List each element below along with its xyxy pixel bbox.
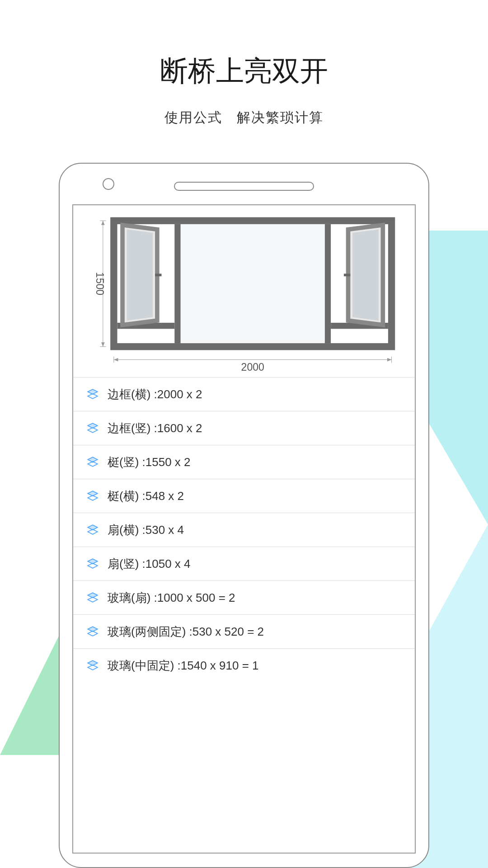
window-diagram: 1500 2000	[73, 205, 415, 377]
svg-marker-16	[127, 229, 153, 321]
row-value: 1550 x 2	[145, 455, 191, 469]
row-label: 玻璃(扇) :	[108, 590, 157, 606]
row-value: 1540 x 910 = 1	[181, 659, 259, 673]
window-svg: 1500 2000	[82, 212, 406, 377]
row-value: 2000 x 2	[157, 387, 202, 401]
svg-marker-9	[387, 358, 392, 362]
phone-screen: 1500 2000	[72, 204, 416, 854]
list-item[interactable]: 边框(横) : 2000 x 2	[73, 377, 415, 411]
list-item[interactable]: 玻璃(扇) : 1000 x 500 = 2	[73, 580, 415, 614]
row-value: 1600 x 2	[157, 421, 202, 435]
row-label: 玻璃(两侧固定) :	[108, 624, 192, 640]
svg-marker-19	[352, 229, 379, 321]
svg-marker-4	[101, 342, 105, 347]
layers-icon	[87, 524, 99, 536]
svg-marker-3	[101, 221, 105, 225]
list-item[interactable]: 梃(横) : 548 x 2	[73, 479, 415, 513]
list-item[interactable]: 梃(竖) : 1550 x 2	[73, 445, 415, 479]
page-subtitle: 使用公式 解决繁琐计算	[0, 108, 488, 127]
row-label: 边框(横) :	[108, 387, 157, 402]
row-label: 扇(竖) :	[108, 556, 145, 572]
svg-rect-11	[174, 224, 180, 343]
svg-marker-8	[114, 358, 118, 362]
camera-icon	[103, 178, 114, 190]
layers-icon	[87, 456, 99, 468]
page-title: 断桥上亮双开	[0, 52, 488, 90]
row-label: 边框(竖) :	[108, 420, 157, 436]
layers-icon	[87, 626, 99, 637]
list-item[interactable]: 玻璃(中固定) : 1540 x 910 = 1	[73, 648, 415, 682]
width-label: 2000	[241, 361, 264, 373]
svg-rect-12	[325, 224, 331, 343]
layers-icon	[87, 558, 99, 570]
row-label: 玻璃(中固定) :	[108, 658, 181, 674]
layers-icon	[87, 660, 99, 671]
layers-icon	[87, 388, 99, 400]
row-value: 1000 x 500 = 2	[157, 591, 235, 605]
row-value: 530 x 4	[145, 523, 184, 537]
row-label: 梃(竖) :	[108, 454, 145, 470]
row-label: 梃(横) :	[108, 488, 145, 504]
row-value: 1050 x 4	[145, 557, 191, 571]
speaker-icon	[174, 182, 314, 191]
spec-list: 边框(横) : 2000 x 2 边框(竖) : 1600 x 2 梃(竖) :…	[73, 377, 415, 682]
phone-frame: 1500 2000	[59, 163, 429, 868]
svg-rect-21	[181, 224, 325, 343]
list-item[interactable]: 扇(横) : 530 x 4	[73, 513, 415, 547]
height-label: 1500	[94, 272, 106, 295]
layers-icon	[87, 490, 99, 502]
phone-top	[60, 164, 428, 204]
list-item[interactable]: 边框(竖) : 1600 x 2	[73, 411, 415, 445]
row-value: 548 x 2	[145, 489, 184, 503]
layers-icon	[87, 422, 99, 434]
list-item[interactable]: 扇(竖) : 1050 x 4	[73, 547, 415, 580]
list-item[interactable]: 玻璃(两侧固定) : 530 x 520 = 2	[73, 614, 415, 648]
row-label: 扇(横) :	[108, 522, 145, 538]
layers-icon	[87, 592, 99, 604]
row-value: 530 x 520 = 2	[192, 625, 264, 639]
